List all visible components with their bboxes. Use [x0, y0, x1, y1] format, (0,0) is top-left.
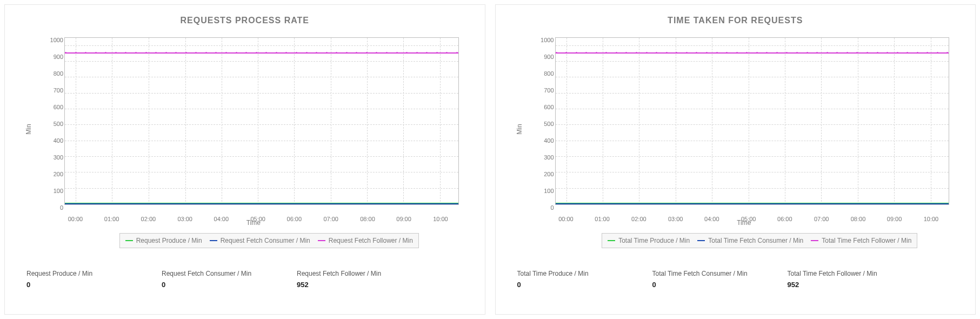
stat-block: Total Time Fetch Consumer / Min 0	[652, 270, 755, 289]
chart-legend: Request Produce / Min Request Fetch Cons…	[119, 233, 419, 248]
stat-block: Total Time Fetch Follower / Min 952	[788, 270, 890, 289]
x-axis-label: Time	[48, 219, 459, 227]
stat-label: Request Fetch Consumer / Min	[162, 270, 264, 277]
series-consumer	[556, 203, 949, 204]
legend-swatch-icon	[210, 240, 217, 241]
stat-label: Total Time Produce / Min	[517, 270, 620, 277]
stat-label: Request Produce / Min	[26, 270, 129, 277]
stats-row: Total Time Produce / Min 0 Total Time Fe…	[506, 270, 965, 289]
series-consumer	[65, 203, 458, 204]
legend-swatch-icon	[608, 240, 615, 241]
chart-panel-right: TIME TAKEN FOR REQUESTS Min 0 100 200 30…	[495, 4, 976, 315]
stat-value: 0	[517, 281, 620, 289]
stat-label: Total Time Fetch Follower / Min	[788, 270, 890, 277]
stat-block: Request Fetch Follower / Min 952	[297, 270, 399, 289]
y-axis-label: Min	[515, 124, 523, 134]
y-axis-label: Min	[25, 124, 32, 134]
chart-area: Min 0 100 200 300 400 500 600 700 800 90…	[48, 32, 459, 227]
stat-block: Request Fetch Consumer / Min 0	[162, 270, 264, 289]
legend-swatch-icon	[811, 240, 818, 241]
legend-item[interactable]: Total Time Fetch Consumer / Min	[697, 237, 803, 244]
legend-swatch-icon	[318, 240, 325, 241]
stat-block: Request Produce / Min 0	[26, 270, 129, 289]
stat-value: 952	[297, 281, 399, 289]
chart-legend: Total Time Produce / Min Total Time Fetc…	[602, 233, 917, 248]
x-axis-label: Time	[539, 219, 950, 227]
stat-value: 0	[162, 281, 264, 289]
legend-item[interactable]: Request Fetch Follower / Min	[318, 237, 413, 244]
y-axis-ticks: 0 100 200 300 400 500 600 700 800 900 10…	[45, 37, 63, 205]
stat-value: 0	[26, 281, 129, 289]
legend-swatch-icon	[125, 240, 133, 241]
legend-item[interactable]: Total Time Produce / Min	[608, 237, 690, 244]
plot-area[interactable]	[64, 37, 459, 205]
stats-row: Request Produce / Min 0 Request Fetch Co…	[16, 270, 474, 289]
legend-item[interactable]: Total Time Fetch Follower / Min	[811, 237, 911, 244]
legend-item[interactable]: Request Produce / Min	[125, 237, 202, 244]
y-axis-ticks: 0 100 200 300 400 500 600 700 800 900 10…	[536, 37, 554, 205]
chart-panel-left: REQUESTS PROCESS RATE Min 0 100 200 300 …	[4, 4, 485, 315]
legend-swatch-icon	[697, 240, 705, 241]
chart-area: Min 0 100 200 300 400 500 600 700 800 90…	[539, 32, 950, 227]
stat-value: 0	[652, 281, 755, 289]
chart-title: TIME TAKEN FOR REQUESTS	[506, 16, 965, 25]
legend-item[interactable]: Request Fetch Consumer / Min	[210, 237, 310, 244]
stat-label: Total Time Fetch Consumer / Min	[652, 270, 755, 277]
chart-title: REQUESTS PROCESS RATE	[16, 16, 474, 25]
stat-value: 952	[788, 281, 890, 289]
stat-block: Total Time Produce / Min 0	[517, 270, 620, 289]
stat-label: Request Fetch Follower / Min	[297, 270, 399, 277]
plot-area[interactable]	[555, 37, 950, 205]
